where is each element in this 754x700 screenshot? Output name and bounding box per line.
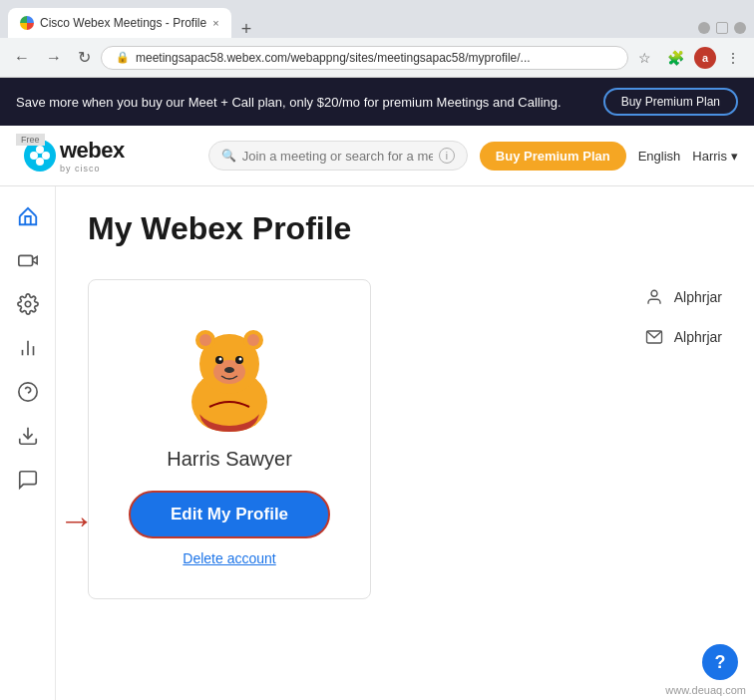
arrow-container: → (59, 500, 95, 541)
main-layout: My Webex Profile (0, 186, 754, 700)
svg-point-19 (199, 334, 211, 346)
language-selector[interactable]: English (638, 149, 681, 164)
sidebar-item-analytics[interactable] (10, 330, 46, 366)
forward-button[interactable]: → (40, 45, 68, 71)
search-input[interactable] (242, 149, 433, 164)
edit-profile-button[interactable]: Edit My Profile (129, 491, 330, 538)
address-bar[interactable]: 🔒 meetingsapac58.webex.com/webappng/site… (101, 46, 628, 70)
sidebar-item-download[interactable] (10, 418, 46, 454)
red-arrow-icon: → (59, 500, 95, 541)
user-email-row: Alphrjar (644, 327, 722, 347)
free-badge: Free (16, 134, 45, 146)
sidebar-item-meetings[interactable] (10, 242, 46, 278)
lock-icon: 🔒 (116, 51, 130, 64)
page-title: My Webex Profile (88, 210, 722, 247)
svg-point-24 (219, 358, 222, 361)
svg-point-1 (30, 152, 38, 160)
chevron-down-icon: ▾ (731, 149, 738, 164)
bookmark-button[interactable]: ☆ (632, 46, 657, 70)
browser-chrome: Cisco Webex Meetings - Profile × + ← → ↻… (0, 0, 754, 78)
user-icon (644, 287, 664, 307)
svg-point-3 (36, 146, 44, 154)
profile-name: Harris Sawyer (167, 448, 292, 471)
active-tab[interactable]: Cisco Webex Meetings - Profile × (8, 8, 231, 38)
extensions-button[interactable]: 🧩 (661, 46, 690, 70)
promo-text: Save more when you buy our Meet + Call p… (16, 95, 562, 110)
nav-actions: ☆ 🧩 a ⋮ (632, 46, 746, 70)
search-bar[interactable]: 🔍 i (208, 141, 468, 171)
sidebar-item-messages[interactable] (10, 462, 46, 498)
tab-favicon (20, 16, 34, 30)
svg-point-25 (239, 358, 242, 361)
help-icon: ? (715, 652, 726, 673)
avatar-bear-image (170, 312, 289, 432)
app-container: Free webex by cisco 🔍 i (0, 126, 754, 700)
tab-bar: Cisco Webex Meetings - Profile × + (0, 0, 754, 38)
svg-point-2 (42, 152, 50, 160)
sidebar-item-settings[interactable] (10, 286, 46, 322)
svg-point-20 (247, 334, 259, 346)
by-cisco-text: by cisco (60, 164, 125, 174)
search-info-icon[interactable]: i (439, 148, 455, 164)
watermark: www.deuaq.com (665, 684, 746, 696)
user-name: Harris (692, 149, 727, 164)
minimize-button[interactable] (698, 22, 710, 34)
help-floating-button[interactable]: ? (702, 644, 738, 680)
maximize-button[interactable] (716, 22, 728, 34)
sidebar (0, 186, 56, 700)
search-icon: 🔍 (221, 149, 236, 163)
browser-profile-button[interactable]: a (694, 47, 716, 69)
reload-button[interactable]: ↻ (72, 44, 97, 71)
profile-avatar (170, 312, 289, 432)
header-right: 🔍 i Buy Premium Plan English Harris ▾ (208, 141, 738, 171)
back-button[interactable]: ← (8, 45, 36, 71)
app-header: Free webex by cisco 🔍 i (0, 126, 754, 186)
delete-account-link[interactable]: Delete account (183, 550, 275, 566)
menu-button[interactable]: ⋮ (720, 46, 746, 70)
logo-wrapper: Free webex by cisco (16, 134, 133, 177)
user-display-name: Alphrjar (674, 289, 722, 305)
page-content: My Webex Profile (56, 186, 754, 700)
close-tab-button[interactable]: × (212, 17, 218, 29)
sidebar-item-help[interactable] (10, 374, 46, 410)
webex-brand-name: webex (60, 138, 125, 164)
svg-point-27 (651, 290, 657, 296)
svg-point-26 (224, 367, 234, 373)
new-tab-button[interactable]: + (235, 20, 258, 38)
svg-point-6 (25, 301, 31, 307)
promo-buy-button[interactable]: Buy Premium Plan (603, 88, 738, 116)
close-window-button[interactable] (734, 22, 746, 34)
sidebar-item-home[interactable] (10, 198, 46, 234)
svg-point-4 (36, 158, 44, 166)
promo-banner: Save more when you buy our Meet + Call p… (0, 78, 754, 126)
email-icon (644, 327, 664, 347)
user-email: Alphrjar (674, 329, 722, 345)
address-text: meetingsapac58.webex.com/webappng/sites/… (136, 51, 531, 65)
svg-point-10 (18, 383, 36, 401)
user-display-name-row: Alphrjar (644, 287, 722, 307)
user-info-panel: Alphrjar Alphrjar (644, 279, 722, 347)
user-menu-button[interactable]: Harris ▾ (692, 149, 738, 164)
tab-title: Cisco Webex Meetings - Profile (40, 16, 206, 30)
svg-rect-5 (18, 255, 32, 265)
webex-logo-text: webex by cisco (60, 138, 125, 174)
header-buy-premium-button[interactable]: Buy Premium Plan (480, 142, 626, 171)
nav-bar: ← → ↻ 🔒 meetingsapac58.webex.com/webappn… (0, 38, 754, 78)
profile-card: Harris Sawyer → Edit My Profile Delete a… (88, 279, 371, 599)
